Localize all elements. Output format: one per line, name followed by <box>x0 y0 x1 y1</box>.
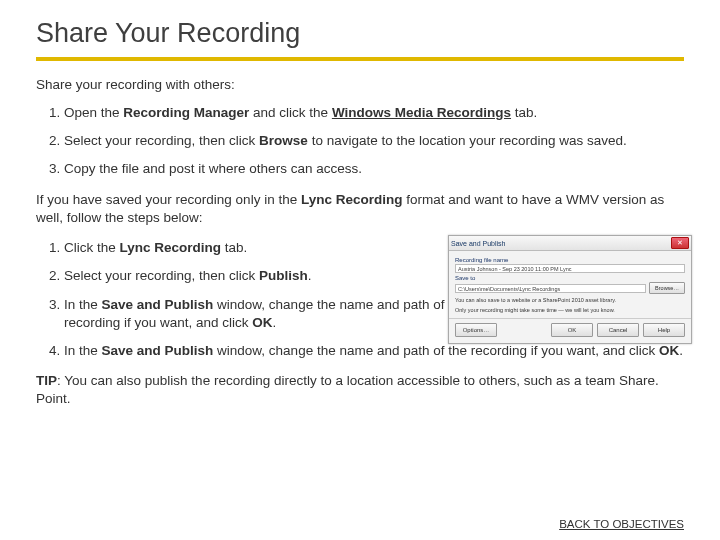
tip-text: TIP: You can also publish the recording … <box>36 372 684 408</box>
cancel-button[interactable]: Cancel <box>597 323 639 337</box>
term-save-and-publish: Save and Publish <box>102 297 214 312</box>
term-ok: OK <box>659 343 679 358</box>
list-item: Click the Lync Recording tab. <box>64 239 494 257</box>
input-recording-file-name[interactable]: Austria Johnson - Sep 23 2010 11:00 PM L… <box>455 264 685 273</box>
term-lync-recording: Lync Recording <box>301 192 403 207</box>
browse-button[interactable]: Browse… <box>649 282 685 294</box>
close-icon[interactable]: ✕ <box>671 237 689 249</box>
term-save-and-publish: Save and Publish <box>102 343 214 358</box>
term-browse: Browse <box>259 133 308 148</box>
input-save-to[interactable]: C:\Users\me\Documents\Lync Recordings <box>455 284 646 293</box>
list-item: In the Save and Publish window, change t… <box>64 342 684 360</box>
list-item: In the Save and Publish window, change t… <box>64 296 494 332</box>
mid-paragraph: If you have saved your recording only in… <box>36 191 684 227</box>
list-item: Open the Recording Manager and click the… <box>64 104 684 122</box>
intro-text: Share your recording with others: <box>36 77 684 92</box>
back-to-objectives-link[interactable]: BACK TO OBJECTIVES <box>559 518 684 530</box>
page-title: Share Your Recording <box>36 18 684 49</box>
step-list-1: Open the Recording Manager and click the… <box>36 104 684 179</box>
term-ok: OK <box>252 315 272 330</box>
save-and-publish-dialog: Save and Publish ✕ Recording file name A… <box>448 235 692 344</box>
dialog-title-text: Save and Publish <box>451 240 505 247</box>
term-wmr-tab: Windows Media Recordings <box>332 105 511 120</box>
dialog-separator <box>449 318 691 319</box>
label-recording-file-name: Recording file name <box>455 257 685 263</box>
label-save-to: Save to <box>455 275 685 281</box>
list-item: Copy the file and post it where others c… <box>64 160 684 178</box>
list-item: Select your recording, then click Browse… <box>64 132 684 150</box>
title-divider <box>36 57 684 61</box>
dialog-titlebar: Save and Publish ✕ <box>449 236 691 251</box>
tip-label: TIP <box>36 373 57 388</box>
list-item: Select your recording, then click Publis… <box>64 267 494 285</box>
help-button[interactable]: Help <box>643 323 685 337</box>
dialog-note: You can also save to a website or a Shar… <box>455 297 685 304</box>
dialog-note: Only your recording might take some time… <box>455 307 685 314</box>
term-lync-recording-tab: Lync Recording <box>120 240 222 255</box>
options-button[interactable]: Options… <box>455 323 497 337</box>
term-recording-manager: Recording Manager <box>123 105 249 120</box>
ok-button[interactable]: OK <box>551 323 593 337</box>
term-publish: Publish <box>259 268 308 283</box>
